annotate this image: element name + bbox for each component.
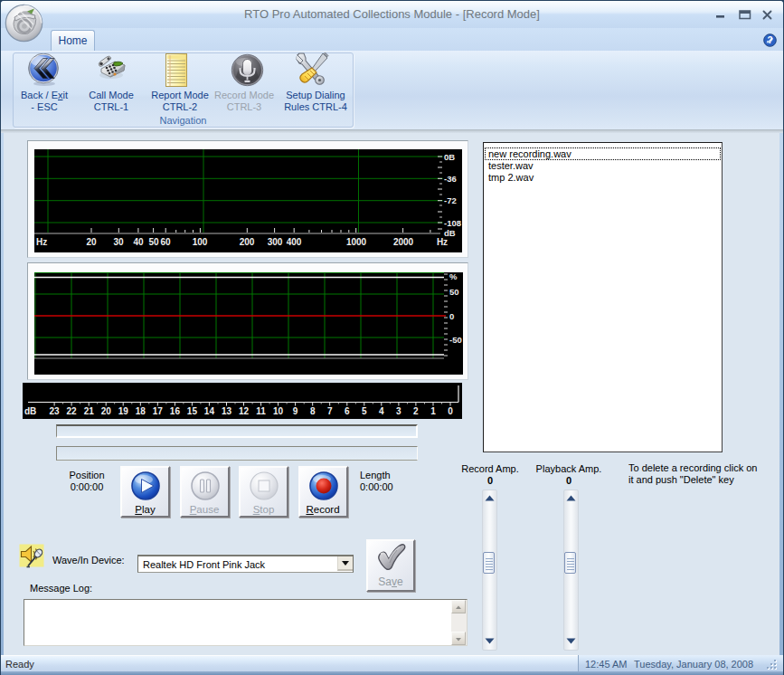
svg-text:20: 20	[101, 406, 112, 416]
svg-text:-108: -108	[444, 218, 461, 228]
svg-text:1: 1	[430, 406, 436, 416]
svg-text:200: 200	[240, 237, 255, 247]
svg-text:3: 3	[396, 406, 401, 416]
svg-text:100: 100	[193, 237, 208, 247]
svg-text:5: 5	[362, 406, 367, 416]
svg-text:17: 17	[153, 406, 164, 416]
svg-text:13: 13	[222, 406, 232, 416]
svg-text:40: 40	[133, 237, 144, 247]
svg-text:30: 30	[113, 237, 124, 247]
svg-text:19: 19	[118, 406, 129, 416]
svg-text:dB: dB	[24, 406, 36, 416]
svg-text:Hz: Hz	[437, 237, 448, 247]
svg-text:-50: -50	[449, 335, 462, 345]
svg-text:2: 2	[413, 406, 419, 416]
svg-text:14: 14	[204, 406, 215, 416]
svg-text:-72: -72	[444, 195, 457, 205]
svg-text:400: 400	[287, 237, 302, 247]
svg-text:4: 4	[379, 406, 384, 416]
svg-text:18: 18	[136, 406, 146, 416]
svg-text:50: 50	[148, 237, 159, 247]
svg-text:15: 15	[187, 406, 198, 416]
svg-text:21: 21	[84, 406, 95, 416]
svg-text:?: ?	[767, 35, 772, 45]
svg-text:10: 10	[273, 406, 284, 416]
svg-text:0: 0	[448, 406, 453, 416]
svg-text:300: 300	[268, 237, 283, 247]
svg-text:dB: dB	[444, 228, 456, 238]
svg-text:11: 11	[256, 406, 266, 416]
svg-text:23: 23	[50, 406, 61, 416]
svg-text:1000: 1000	[346, 237, 367, 247]
svg-text:8: 8	[310, 406, 316, 416]
svg-text:60: 60	[160, 237, 171, 247]
svg-text:%: %	[449, 272, 458, 281]
svg-text:9: 9	[293, 406, 298, 416]
svg-text:22: 22	[67, 406, 78, 416]
svg-text:50: 50	[449, 287, 459, 297]
svg-text:2000: 2000	[393, 237, 414, 247]
svg-text:Hz: Hz	[36, 237, 47, 247]
svg-text:7: 7	[327, 406, 333, 416]
svg-text:-36: -36	[444, 174, 457, 184]
svg-text:20: 20	[86, 237, 97, 247]
svg-text:12: 12	[239, 406, 250, 416]
svg-text:0: 0	[449, 311, 454, 321]
svg-text:16: 16	[170, 406, 181, 416]
svg-text:0B: 0B	[444, 152, 455, 162]
svg-text:6: 6	[345, 406, 350, 416]
